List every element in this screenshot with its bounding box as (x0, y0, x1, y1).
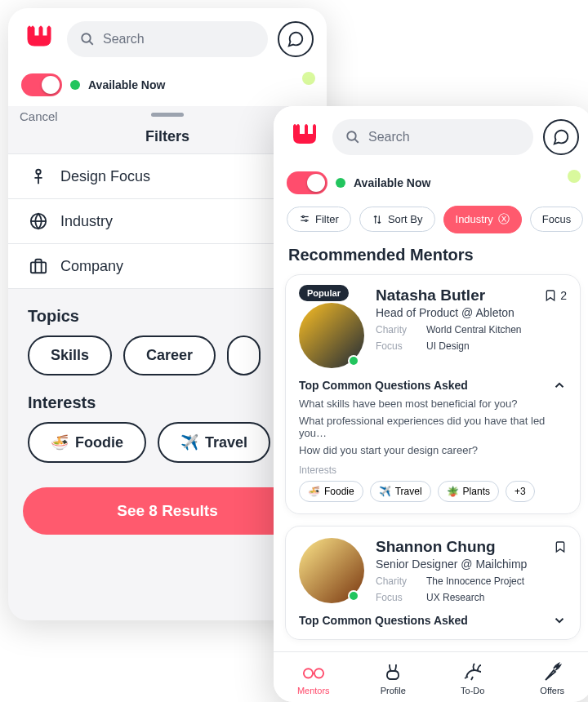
chevron-up-icon (552, 378, 567, 393)
bookmark-count: 2 (560, 289, 567, 302)
search-placeholder: Search (103, 32, 145, 47)
bookmark-icon (544, 289, 557, 302)
globe-icon (28, 211, 49, 232)
app-logo (287, 119, 323, 155)
questions-toggle[interactable]: Top Common Questions Asked (299, 613, 567, 628)
filter-button[interactable]: Filter (287, 207, 351, 232)
running-rabbit-icon (461, 660, 484, 683)
chip-label: Travel (205, 434, 247, 451)
focus-label: Focus (376, 340, 418, 352)
emoji-icon: 🍜 (51, 433, 69, 451)
questions-heading: Top Common Questions Asked (299, 614, 468, 627)
charity-label: Charity (376, 324, 418, 335)
questions-toggle[interactable]: Top Common Questions Asked (299, 378, 567, 393)
industry-filter-active[interactable]: Industry ⓧ (443, 206, 522, 233)
tab-offers[interactable]: Offers (513, 660, 589, 695)
pill-label: Sort By (388, 213, 423, 225)
see-results-button[interactable]: See 8 Results (23, 487, 312, 535)
tab-mentors[interactable]: Mentors (274, 660, 354, 695)
interest-chip[interactable]: 🍜Foodie (299, 481, 363, 502)
topic-chip-career[interactable]: Career (123, 335, 216, 375)
svg-point-14 (314, 669, 323, 678)
recommended-heading: Recommended Mentors (274, 241, 588, 274)
pill-label: Filter (315, 213, 339, 225)
interests-label: Interests (299, 464, 567, 476)
interest-chips: 🍜Foodie ✈️Travel 🪴Plants +3 (299, 481, 567, 502)
availability-label: Available Now (88, 78, 165, 91)
charity-label: Charity (376, 575, 418, 587)
interest-chip-travel[interactable]: ✈️ Travel (158, 422, 270, 463)
tab-label: Offers (540, 686, 564, 695)
chat-icon (552, 128, 570, 146)
svg-point-0 (82, 33, 91, 42)
pin-icon (28, 166, 49, 187)
messages-button[interactable] (278, 21, 314, 57)
svg-line-8 (355, 140, 359, 143)
interest-chip-foodie[interactable]: 🍜 Foodie (28, 422, 146, 463)
svg-point-12 (305, 220, 307, 221)
svg-point-10 (302, 215, 304, 217)
mentor-card[interactable]: Shannon Chung Senior Designer @ Mailchim… (285, 526, 581, 640)
focus-filter[interactable]: Focus (530, 207, 583, 232)
questions-heading: Top Common Questions Asked (299, 379, 468, 392)
rabbit-icon (381, 660, 404, 683)
charity-value: The Innocence Project (426, 575, 524, 587)
svg-point-7 (347, 131, 356, 140)
chip-label: Foodie (75, 434, 123, 451)
status-dot-icon (70, 80, 80, 90)
search-input[interactable]: Search (67, 21, 268, 57)
tab-label: To-Do (461, 686, 484, 695)
topic-chip-more[interactable] (227, 335, 261, 375)
interest-chip-more[interactable]: +3 (506, 481, 535, 502)
bookmark-button[interactable]: 2 (544, 289, 567, 302)
carrot-icon (541, 660, 564, 683)
question-item: What professional experiences did you ha… (299, 415, 567, 439)
search-placeholder: Search (368, 130, 410, 144)
chat-icon (287, 30, 305, 48)
sort-icon (372, 214, 383, 225)
question-item: How did you start your design career? (299, 444, 567, 456)
filter-label: Design Focus (60, 168, 150, 185)
svg-point-13 (304, 669, 313, 678)
focus-value: UX Research (426, 592, 484, 603)
tab-label: Profile (381, 686, 406, 695)
tab-label: Mentors (297, 686, 330, 695)
tab-profile[interactable]: Profile (354, 660, 434, 695)
messages-button[interactable] (543, 119, 579, 155)
briefcase-icon (28, 255, 49, 277)
filter-label: Industry (60, 213, 113, 230)
cancel-button[interactable]: Cancel (20, 109, 58, 123)
mentor-card[interactable]: Popular Natasha Butler 2 Head of Product… (285, 274, 581, 514)
online-dot-icon (348, 355, 359, 367)
mentor-name: Natasha Butler (376, 287, 485, 304)
availability-row: Available Now (274, 168, 588, 204)
bookmark-button[interactable] (554, 540, 567, 553)
pill-label: Industry (456, 213, 493, 225)
tab-todo[interactable]: To-Do (433, 660, 513, 695)
svg-point-2 (36, 170, 41, 175)
availability-toggle[interactable] (21, 73, 62, 96)
topic-chip-skills[interactable]: Skills (28, 335, 112, 375)
interest-chip[interactable]: 🪴Plants (438, 481, 499, 502)
emoji-icon: ✈️ (180, 433, 198, 451)
bottom-nav: Mentors Profile To-Do Offers (274, 651, 588, 702)
avatar (299, 538, 364, 603)
availability-toggle[interactable] (287, 171, 327, 194)
pill-label: Focus (542, 213, 571, 225)
bookmark-icon (554, 540, 567, 553)
mentor-role: Senior Designer @ Mailchimp (376, 558, 567, 571)
focus-label: Focus (376, 592, 418, 603)
interest-chip[interactable]: ✈️Travel (370, 481, 431, 502)
search-icon (345, 130, 360, 144)
glasses-icon (302, 660, 325, 683)
header: Search (8, 8, 327, 70)
sort-button[interactable]: Sort By (359, 207, 435, 232)
focus-value: UI Design (426, 340, 470, 352)
popular-badge: Popular (299, 285, 349, 301)
search-input[interactable]: Search (332, 119, 533, 155)
mentors-screen: Search Available Now Filter Sort By Indu… (274, 106, 588, 702)
search-icon (80, 32, 95, 47)
filter-label: Company (60, 258, 123, 275)
close-icon[interactable]: ⓧ (498, 212, 510, 227)
mentor-role: Head of Product @ Ableton (376, 306, 567, 319)
